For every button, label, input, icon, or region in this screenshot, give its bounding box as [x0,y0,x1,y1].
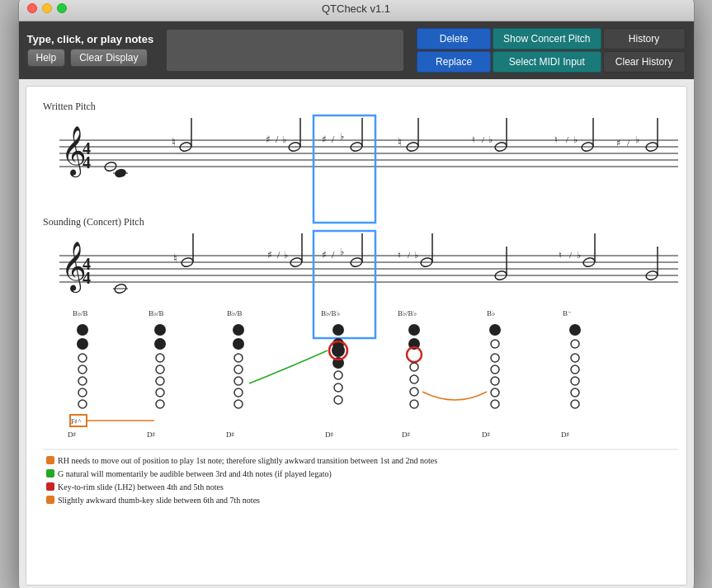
svg-point-119 [334,396,342,404]
svg-text:♭: ♭ [573,134,578,144]
svg-text:/: / [627,138,630,148]
svg-text:/: / [569,250,573,260]
note-input-area[interactable] [167,30,403,71]
select-midi-button[interactable]: Select MIDI Input [493,51,601,73]
svg-point-106 [234,354,243,362]
svg-point-86 [78,365,87,374]
svg-text:/: / [332,134,335,145]
svg-point-132 [489,324,501,336]
history-button[interactable]: History [603,28,686,49]
svg-rect-150 [46,456,54,464]
svg-text:♯: ♯ [616,138,620,148]
svg-text:♭: ♭ [340,247,344,256]
svg-point-96 [156,354,164,362]
svg-text:/: / [276,134,279,145]
window-title: QTCheck v1.1 [322,2,390,15]
svg-rect-57 [314,231,375,338]
svg-point-138 [491,400,499,408]
svg-text:♮: ♮ [173,252,177,265]
svg-point-129 [410,400,418,408]
svg-text:♯: ♯ [267,249,272,261]
svg-point-100 [156,400,164,408]
toolbar-instruction-label: Type, click, or play notes [27,33,154,45]
svg-text:♭: ♭ [282,134,286,144]
svg-text:G natural will momentarily be : G natural will momentarily be audible be… [58,469,332,479]
minimize-button[interactable] [42,3,52,13]
svg-text:♮: ♮ [398,250,401,260]
svg-text:D♯: D♯ [325,430,334,439]
svg-point-113 [332,324,344,336]
show-concert-pitch-button[interactable]: Show Concert Pitch [493,28,601,49]
svg-text:♭: ♭ [340,131,344,141]
toolbar-buttons: Help Clear Display [27,49,154,67]
svg-text:B♭: B♭ [487,309,495,318]
svg-point-85 [78,354,87,362]
svg-text:♮: ♮ [559,250,562,260]
svg-point-142 [571,340,579,348]
svg-text:D♯: D♯ [561,430,570,439]
svg-text:/: / [408,250,411,260]
close-button[interactable] [27,3,37,13]
svg-text:4: 4 [83,269,91,287]
traffic-lights [27,3,67,13]
svg-rect-156 [46,496,54,504]
maximize-button[interactable] [57,3,67,13]
svg-text:F♯^: F♯^ [71,418,81,426]
svg-point-87 [78,377,87,385]
svg-point-128 [410,388,418,396]
svg-point-118 [334,383,342,392]
svg-point-115 [332,344,345,357]
main-content: Written Pitch 𝄞 4 4 ♮ ♯ / ♭ [26,86,687,586]
svg-text:/: / [482,134,485,144]
help-button[interactable]: Help [27,49,66,67]
clear-history-button[interactable]: Clear History [603,51,686,73]
titlebar: QTCheck v1.1 [19,0,694,21]
svg-text:B⁻: B⁻ [563,309,572,318]
svg-rect-19 [314,115,375,223]
svg-point-109 [234,388,243,397]
svg-point-144 [571,365,579,374]
svg-text:D♯: D♯ [226,430,235,439]
svg-point-9 [113,167,126,178]
svg-point-136 [491,377,499,385]
toolbar-left: Type, click, or play notes Help Clear Di… [27,33,154,67]
svg-text:Key-to-rim slide (LH2) between: Key-to-rim slide (LH2) between 4th and 5… [58,482,224,492]
svg-text:/: / [277,249,281,261]
svg-point-84 [77,338,88,350]
svg-point-94 [154,324,166,336]
svg-point-105 [233,338,244,350]
svg-point-95 [154,338,166,350]
svg-point-108 [234,377,243,385]
svg-text:Slightly awkward thumb-key sli: Slightly awkward thumb-key slide between… [58,496,260,505]
svg-text:D♯: D♯ [147,430,156,439]
replace-button[interactable]: Replace [417,51,491,73]
svg-text:♭: ♭ [577,250,581,260]
svg-point-99 [156,388,164,397]
svg-text:Sounding (Concert) Pitch: Sounding (Concert) Pitch [43,216,144,228]
action-buttons: Delete Replace [417,28,491,73]
clear-display-button[interactable]: Clear Display [70,49,147,67]
svg-text:D♯: D♯ [482,430,491,439]
svg-text:♮: ♮ [398,136,402,148]
svg-point-107 [234,365,243,374]
svg-text:D♯: D♯ [68,430,77,439]
svg-point-104 [233,324,244,336]
svg-text:B♭/B: B♭/B [227,309,243,318]
svg-text:B♭/B♭: B♭/B♭ [398,309,417,318]
written-pitch-label: Written Pitch [43,101,96,112]
delete-button[interactable]: Delete [417,28,491,49]
svg-text:♮: ♮ [172,136,176,148]
svg-text:/: / [332,249,335,261]
svg-point-145 [571,377,579,385]
svg-text:♮: ♮ [472,134,475,144]
toolbar-right: Delete Replace Show Concert Pitch Select… [417,28,685,73]
history-buttons: History Clear History [603,28,686,73]
svg-text:♯: ♯ [322,134,327,145]
svg-text:RH needs to move out of positi: RH needs to move out of position to play… [58,456,437,465]
svg-point-97 [156,365,164,374]
svg-point-88 [78,388,87,397]
svg-text:♭: ♭ [488,134,493,144]
svg-rect-154 [46,482,54,491]
svg-point-143 [571,354,579,362]
svg-point-133 [491,340,499,348]
